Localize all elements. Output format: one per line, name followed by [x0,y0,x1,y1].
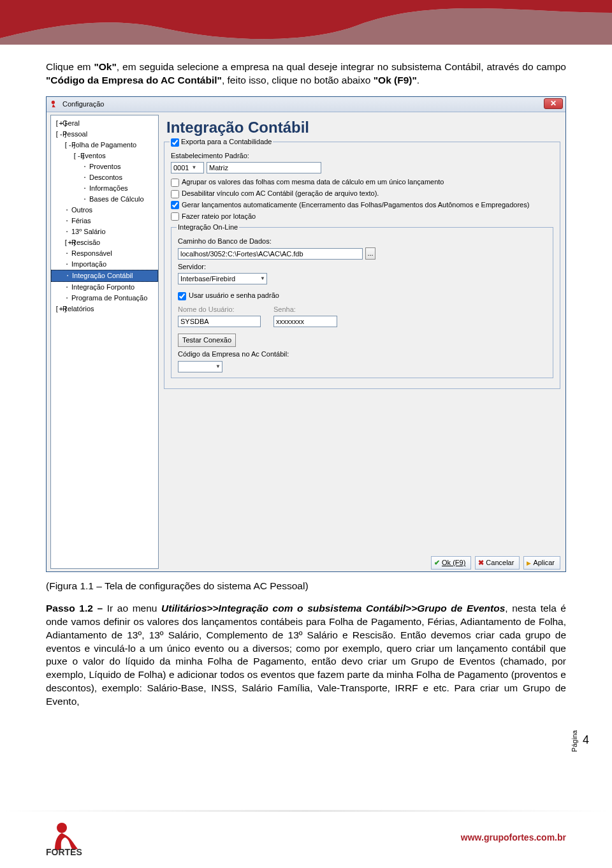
chk-gerar[interactable] [171,201,179,209]
passo-label: Passo 1.2 – [46,603,107,614]
footer-separator [0,810,612,812]
tree-node[interactable]: [-]Pessoal [51,129,158,140]
tree-node[interactable]: ·Integração Contábil [51,270,158,282]
chk-desabilitar[interactable] [171,190,179,198]
config-window: Configuração ✕ [+]Geral[-]Pessoal[-]Folh… [46,96,566,572]
chk-agrupar[interactable] [171,179,179,187]
paragraph-passo: Passo 1.2 – Ir ao menu Utilitários>>Inte… [46,602,566,709]
navigation-tree[interactable]: [+]Geral[-]Pessoal[-]Folha de Pagamento[… [50,115,159,569]
chk-default-user[interactable] [178,292,186,300]
tree-node[interactable]: [+]Relatórios [51,304,158,314]
tree-node[interactable]: ·Outros [51,205,158,216]
ok-label: Ok (F9) [442,558,465,568]
chevron-down-icon: ▼ [191,165,196,172]
text: , feito isso, clique no botão abaixo [222,75,374,85]
tree-node[interactable]: ·Férias [51,216,158,226]
tree-node[interactable]: ·Proventos [51,161,158,172]
cancel-label: Cancelar [486,558,514,568]
test-connection-button[interactable]: Testar Conexão [178,334,236,347]
close-button[interactable]: ✕ [544,98,563,109]
tree-node[interactable]: ·Integração Forponto [51,282,158,293]
document-body: Clique em "Ok", em seguida selecione a e… [0,0,612,709]
lbl-pass: Senha: [273,305,337,314]
group-exporta: Exporta para a Contabilidade Estabelecim… [164,142,560,389]
config-panel: Integração Contábil Exporta para a Conta… [161,112,565,571]
screenshot-figure: Configuração ✕ [+]Geral[-]Pessoal[-]Folh… [46,96,566,572]
chevron-down-icon: ▼ [260,276,265,283]
text: . [417,75,419,85]
tree-node[interactable]: [+]Rescisão [51,237,158,248]
svg-point-0 [52,101,55,104]
brand-logo: FORTES [46,818,97,859]
cancel-button[interactable]: ✖Cancelar [475,556,520,570]
tree-node[interactable]: [+]Geral [51,118,158,129]
panel-title: Integração Contábil [166,117,560,138]
user-field[interactable] [178,316,261,327]
estab-code-select[interactable]: 0001▼ [171,162,204,173]
text: , nesta tela é onde vamos definir os val… [46,603,566,707]
paragraph-intro: Clique em "Ok", em seguida selecione a e… [46,61,566,87]
chevron-down-icon: ▼ [215,364,221,371]
lbl-estab: Estabelecimento Padrão: [171,151,553,161]
lbl-agrupar: Agrupar os valores das folhas com mesma … [182,178,444,186]
page-num-value: 4 [583,733,589,746]
menu-path: Utilitários>>Integração com o subsistema… [161,603,505,614]
window-footer: ✔Ok (F9) ✖Cancelar ▶Aplicar [431,555,560,571]
play-icon: ▶ [527,559,531,567]
x-icon: ✖ [478,558,484,568]
text: , em seguida selecione a empresa na qual… [117,61,566,72]
server-value: Interbase/Firebird [180,274,235,284]
estab-name-field[interactable] [207,162,321,173]
text: Ir ao menu [107,603,161,614]
apply-button[interactable]: ▶Aplicar [523,556,560,570]
window-titlebar: Configuração ✕ [47,97,565,112]
brand-name: FORTES [46,847,82,857]
tree-node[interactable]: ·Responsável [51,248,158,259]
window-title: Configuração [62,99,104,109]
figure-caption: (Figura 1.1 – Tela de configurações do s… [46,580,566,593]
pass-field[interactable] [273,316,337,327]
page-footer: FORTES www.grupofortes.com.br [0,801,612,868]
codigo-ac-select[interactable]: ▼ [178,361,222,372]
page-number: Página4 [564,733,589,747]
tree-node[interactable]: ·Descontos [51,172,158,183]
bold-ok-f9: "Ok (F9)" [374,75,417,85]
ok-button[interactable]: ✔Ok (F9) [431,556,471,570]
tree-node[interactable]: ·Bases de Cálculo [51,194,158,205]
lbl-servidor: Servidor: [178,262,546,272]
lbl-rateio: Fazer rateio por lotação [182,212,256,220]
tree-node[interactable]: ·Importação [51,259,158,270]
apply-label: Aplicar [533,558,555,568]
bold-campo: "Código da Empresa do AC Contábil" [46,75,222,85]
legend-online: Integração On-Line [178,223,238,231]
check-icon: ✔ [434,558,440,568]
lbl-codigo-ac: Código da Empresa no Ac Contábil: [178,349,546,359]
svg-point-1 [57,823,67,833]
tree-node[interactable]: [-]Folha de Pagamento [51,140,158,151]
group-online: Integração On-Line Caminho do Banco de D… [171,227,553,378]
footer-url: www.grupofortes.com.br [461,832,566,842]
legend-exporta: Exporta para a Contabilidade [181,138,272,145]
server-select[interactable]: Interbase/Firebird▼ [178,273,267,284]
lbl-gerar: Gerar lançamentos automaticamente (Encer… [182,201,529,209]
lbl-default-user: Usar usuário e senha padrão [189,291,279,299]
tree-node[interactable]: [-]Eventos [51,151,158,161]
lbl-db: Caminho do Banco de Dados: [178,237,546,246]
lbl-user: Nome do Usuário: [178,305,261,314]
db-path-field[interactable] [178,248,363,260]
page-label: Página [571,730,578,752]
tree-node[interactable]: ·13º Salário [51,226,158,237]
browse-button[interactable]: ... [365,247,375,260]
chk-rateio[interactable] [171,212,179,221]
text: Clique em [46,61,94,72]
estab-code-value: 0001 [173,163,189,173]
chk-exporta[interactable] [171,138,179,147]
tree-node[interactable]: ·Programa de Pontuação [51,293,158,304]
app-icon [50,99,59,108]
bold-ok: "Ok" [94,61,116,72]
lbl-desabilitar: Desabilitar vínculo com AC Contábil (ger… [182,189,379,197]
tree-node[interactable]: ·Informações [51,183,158,194]
